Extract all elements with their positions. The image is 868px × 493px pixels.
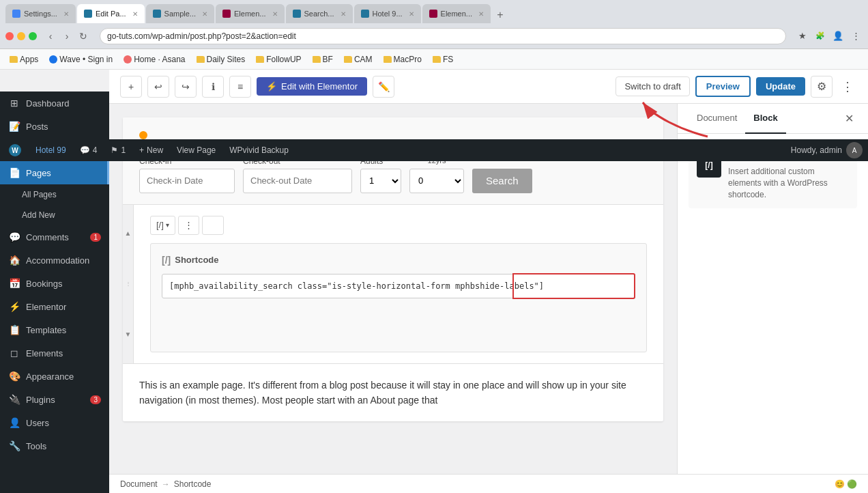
tab-close[interactable]: ✕ <box>478 10 484 18</box>
new-item-button[interactable]: + New <box>136 139 166 161</box>
list-view-button[interactable]: ≡ <box>229 76 251 98</box>
back-button[interactable]: ‹ <box>44 29 57 43</box>
panel-close-button[interactable]: ✕ <box>841 111 857 127</box>
sidebar-item-elementor[interactable]: ⚡ Elementor <box>0 295 109 318</box>
comments-count-item[interactable]: 💬 4 <box>77 139 100 161</box>
settings-gear-button[interactable]: ⚙ <box>811 76 833 98</box>
minimize-window-button[interactable] <box>17 32 25 40</box>
sidebar-item-elements[interactable]: ◻ Elements <box>0 341 109 365</box>
edit-elementor-button[interactable]: ⚡ Edit with Elementor <box>257 77 367 96</box>
redo-button[interactable]: ↪ <box>175 76 197 98</box>
shortcode-input[interactable] <box>162 274 635 298</box>
scroll-up-arrow[interactable]: ▲ <box>125 229 132 237</box>
bookmark-label: BF <box>323 55 333 64</box>
wp-logo-icon: W <box>8 143 22 157</box>
more-options-button[interactable]: ⋮ <box>838 77 857 96</box>
checkin-input[interactable] <box>139 169 235 193</box>
bookmark-label: Wave • Sign in <box>59 55 113 64</box>
search-form-button[interactable]: Search <box>472 169 532 193</box>
tab-block[interactable]: Block <box>745 104 785 134</box>
sidebar-item-add-new[interactable]: Add New <box>0 205 109 225</box>
browser-tab-sample[interactable]: Sample... ✕ <box>146 4 214 23</box>
preview-button[interactable]: Preview <box>695 76 751 97</box>
close-window-button[interactable] <box>5 32 14 40</box>
menu-icon[interactable]: ⋮ <box>849 29 863 43</box>
sidebar-item-posts[interactable]: 📝 Posts <box>0 115 109 138</box>
address-bar[interactable]: go-tuts.com/wp-admin/post.php?post=2&act… <box>100 28 786 44</box>
folder-icon <box>344 56 352 63</box>
bookmark-asana[interactable]: Home · Asana <box>119 53 189 66</box>
wp-logo-button[interactable]: W <box>5 139 25 161</box>
sidebar-item-accommodation[interactable]: 🏠 Accommodation <box>0 249 109 272</box>
tab-document[interactable]: Document <box>689 104 745 134</box>
sidebar-item-dashboard[interactable]: ⊞ Dashboard <box>0 91 109 115</box>
block-type-button[interactable]: [/] ▾ <box>150 216 175 235</box>
maximize-window-button[interactable] <box>29 32 37 40</box>
tab-close[interactable]: ✕ <box>132 10 138 18</box>
bookmark-wave[interactable]: Wave • Sign in <box>45 53 117 66</box>
browser-tab-settings[interactable]: Settings... ✕ <box>5 4 76 23</box>
sidebar-item-comments[interactable]: 💬 Comments 1 <box>0 225 109 249</box>
sidebar-item-plugins[interactable]: 🔌 Plugins 3 <box>0 388 109 411</box>
sidebar-item-templates[interactable]: 📋 Templates <box>0 318 109 341</box>
switch-draft-button[interactable]: Switch to draft <box>616 76 689 96</box>
shortcode-header: [/] Shortcode <box>162 255 635 266</box>
tab-close[interactable]: ✕ <box>341 10 346 18</box>
breadcrumb-shortcode[interactable]: Shortcode <box>174 479 212 489</box>
browser-tab-hotel[interactable]: Hotel 9... ✕ <box>354 4 421 23</box>
users-icon: 👤 <box>8 417 20 429</box>
sidebar-item-bookings[interactable]: 📅 Bookings <box>0 272 109 295</box>
block-more-button[interactable]: ⋮ <box>178 216 199 235</box>
bookmark-followup[interactable]: FollowUP <box>252 53 305 66</box>
browser-tab-edit[interactable]: Edit Pa... ✕ <box>77 4 145 23</box>
bookmark-bf[interactable]: BF <box>308 53 337 66</box>
sidebar-item-appearance[interactable]: 🎨 Appearance <box>0 365 109 388</box>
breadcrumb-document[interactable]: Document <box>120 479 158 489</box>
bookmark-daily-sites[interactable]: Daily Sites <box>192 53 250 66</box>
browser-tab-search[interactable]: Search... ✕ <box>286 4 353 23</box>
plugins-badge: 3 <box>90 395 101 404</box>
tab-label: Elemen... <box>441 10 472 18</box>
info-button[interactable]: ℹ <box>202 76 224 98</box>
backup-button[interactable]: WPvivid Backup <box>227 139 291 161</box>
extensions-icon[interactable]: 🧩 <box>813 29 827 43</box>
sidebar-item-users[interactable]: 👤 Users <box>0 411 109 434</box>
new-tab-button[interactable]: + <box>492 7 508 23</box>
browser-tab-elementor2[interactable]: Elemen... ✕ <box>422 4 491 23</box>
issues-item[interactable]: ⚑ 1 <box>108 139 128 161</box>
adults-select[interactable]: 1 2 3 <box>360 169 401 193</box>
profile-icon[interactable]: 👤 <box>831 29 845 43</box>
sidebar-item-tools[interactable]: 🔧 Tools <box>0 434 109 457</box>
tab-close[interactable]: ✕ <box>272 10 278 18</box>
pencil-button[interactable]: ✏️ <box>373 76 394 98</box>
add-block-button[interactable]: + <box>120 76 142 98</box>
scroll-down-arrow[interactable]: ▼ <box>125 330 132 338</box>
sidebar-item-all-pages[interactable]: All Pages <box>0 184 109 205</box>
status-emojis: 😊 🟢 <box>835 479 857 489</box>
dropdown-icon: ▾ <box>166 221 169 229</box>
scroll-handle-left: ▲ ⋮ ▼ <box>123 205 134 363</box>
browser-tab-elementor1[interactable]: Elemen... ✕ <box>216 4 284 23</box>
tab-close[interactable]: ✕ <box>63 10 69 18</box>
forward-button[interactable]: › <box>60 29 74 43</box>
bookmark-macpro[interactable]: MacPro <box>379 53 426 66</box>
refresh-button[interactable]: ↻ <box>76 29 90 43</box>
bookmark-apps[interactable]: Apps <box>5 53 42 66</box>
hotel-site-name[interactable]: Hotel 99 <box>33 139 69 161</box>
bookmark-fs[interactable]: FS <box>429 53 457 66</box>
avatar[interactable]: A <box>846 142 863 158</box>
bookmark-cam[interactable]: CAM <box>340 53 377 66</box>
block-content: [/] ▾ ⋮ [/] S <box>134 205 663 363</box>
update-button[interactable]: Update <box>756 77 805 96</box>
undo-button[interactable]: ↩ <box>147 76 169 98</box>
bookmark-icon[interactable]: ★ <box>796 29 809 43</box>
block-extra-button[interactable] <box>202 216 224 235</box>
sidebar-item-pages[interactable]: 📄 Pages <box>0 161 109 184</box>
tab-close[interactable]: ✕ <box>409 10 414 18</box>
children-select[interactable]: 0 1 2 <box>409 169 464 193</box>
tab-close[interactable]: ✕ <box>202 10 207 18</box>
view-page-button[interactable]: View Page <box>174 139 218 161</box>
tab-label: Elemen... <box>234 10 265 18</box>
checkout-input[interactable] <box>243 169 352 193</box>
tab-label: Settings... <box>24 10 57 18</box>
